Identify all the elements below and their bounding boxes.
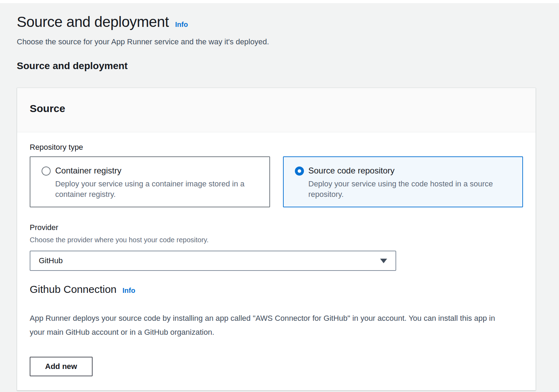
source-panel-header: Source bbox=[17, 88, 536, 132]
provider-label: Provider bbox=[30, 223, 523, 232]
add-new-button[interactable]: Add new bbox=[30, 357, 93, 376]
tile-description: Deploy your service using the code hoste… bbox=[308, 179, 513, 200]
chevron-down-icon bbox=[380, 259, 387, 263]
tile-content: Source code repository Deploy your servi… bbox=[308, 166, 513, 200]
page-title: Source and deployment bbox=[17, 14, 169, 30]
github-connection-heading: Github Connection bbox=[30, 283, 117, 295]
section-heading: Source and deployment bbox=[17, 60, 536, 72]
page-subtitle: Choose the source for your App Runner se… bbox=[17, 37, 536, 46]
repository-type-label: Repository type bbox=[30, 143, 523, 152]
provider-select[interactable]: GitHub bbox=[30, 251, 396, 271]
source-panel-body: Repository type Container registry Deplo… bbox=[17, 132, 536, 390]
source-panel-title: Source bbox=[30, 103, 523, 114]
tile-content: Container registry Deploy your service u… bbox=[55, 166, 260, 200]
tile-label: Source code repository bbox=[308, 166, 513, 176]
tile-description: Deploy your service using a container im… bbox=[55, 179, 260, 200]
source-panel: Source Repository type Container registr… bbox=[17, 88, 536, 391]
github-connection-heading-row: Github Connection Info bbox=[30, 283, 523, 295]
top-strip bbox=[0, 0, 559, 3]
github-connection-info-link[interactable]: Info bbox=[123, 287, 136, 295]
tile-label: Container registry bbox=[55, 166, 260, 176]
tile-source-code-repository[interactable]: Source code repository Deploy your servi… bbox=[283, 156, 523, 207]
source-and-deployment-page: Source and deployment Info Choose the so… bbox=[0, 14, 559, 391]
tile-container-registry[interactable]: Container registry Deploy your service u… bbox=[30, 156, 270, 207]
github-connection-description: App Runner deploys your source code by i… bbox=[30, 311, 498, 339]
provider-select-value: GitHub bbox=[39, 256, 63, 265]
page-title-info-link[interactable]: Info bbox=[175, 21, 188, 29]
radio-selected-icon[interactable] bbox=[295, 167, 304, 176]
radio-unselected-icon[interactable] bbox=[42, 167, 51, 176]
provider-description: Choose the provider where you host your … bbox=[30, 236, 523, 244]
page-title-row: Source and deployment Info bbox=[17, 14, 536, 30]
repository-type-tiles: Container registry Deploy your service u… bbox=[30, 156, 523, 207]
